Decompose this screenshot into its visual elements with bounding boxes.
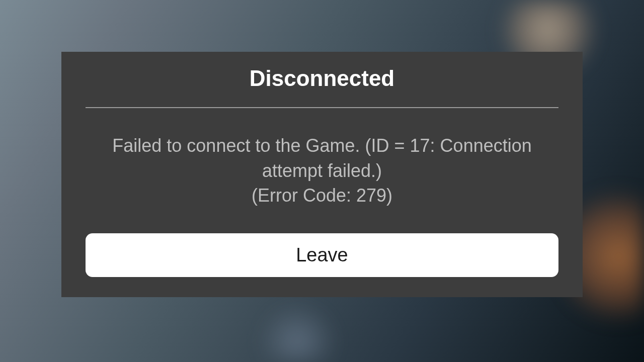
- dialog-title: Disconnected: [250, 66, 395, 101]
- bokeh-light: [258, 302, 338, 362]
- divider: [86, 107, 558, 108]
- dialog-message: Failed to connect to the Game. (ID = 17:…: [91, 133, 553, 208]
- disconnect-dialog: Disconnected Failed to connect to the Ga…: [61, 52, 583, 297]
- leave-button[interactable]: Leave: [86, 233, 558, 277]
